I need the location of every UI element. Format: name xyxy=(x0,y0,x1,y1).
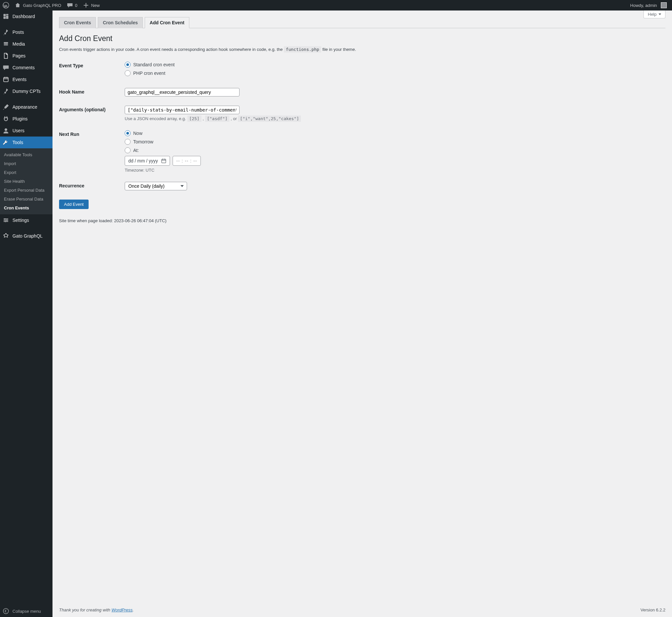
collapse-label: Collapse menu xyxy=(12,609,41,614)
svg-point-1 xyxy=(4,43,5,43)
sidebar-item-label: Dummy CPTs xyxy=(12,88,41,94)
tab-add-cron-event[interactable]: Add Cron Event xyxy=(145,17,189,28)
svg-point-7 xyxy=(3,608,9,614)
hook-name-input[interactable] xyxy=(125,88,240,96)
svg-point-3 xyxy=(5,129,7,131)
howdy-text: Howdy, admin xyxy=(630,3,657,8)
next-run-now-label[interactable]: Now xyxy=(133,131,143,136)
sidebar-item-users[interactable]: Users xyxy=(0,125,52,137)
svg-point-5 xyxy=(7,220,8,221)
collapse-icon xyxy=(3,608,9,614)
timezone-label: Timezone: UTC xyxy=(125,168,665,173)
next-run-time-input[interactable]: -- : -- : -- xyxy=(173,156,201,166)
tab-cron-events[interactable]: Cron Events xyxy=(59,17,96,28)
sidebar-item-plugins[interactable]: Plugins xyxy=(0,113,52,125)
help-label: Help xyxy=(648,12,657,17)
svg-rect-8 xyxy=(162,159,166,163)
admin-sidebar: DashboardPostsMediaPagesCommentsEventsDu… xyxy=(0,10,52,617)
sidebar-item-label: Events xyxy=(12,77,27,82)
tab-cron-schedules[interactable]: Cron Schedules xyxy=(98,17,143,28)
comment-icon xyxy=(67,2,73,9)
sidebar-subitem-import[interactable]: Import xyxy=(0,159,52,168)
account-menu[interactable]: Howdy, admin xyxy=(628,0,669,10)
sidebar-subitem-export[interactable]: Export xyxy=(0,168,52,177)
site-title: Gato GraphQL PRO xyxy=(23,3,61,8)
page-title: Add Cron Event xyxy=(59,34,665,43)
brush-icon xyxy=(3,104,9,110)
hook-name-label: Hook Name xyxy=(59,83,125,101)
next-run-at-radio[interactable] xyxy=(125,147,131,153)
svg-rect-2 xyxy=(4,77,8,82)
event-type-standard-radio[interactable] xyxy=(125,62,131,67)
page-icon xyxy=(3,52,9,59)
footer-version: Version 6.2.2 xyxy=(641,607,665,612)
sidebar-item-label: Comments xyxy=(12,65,35,70)
next-run-now-radio[interactable] xyxy=(125,130,131,136)
event-type-php-radio[interactable] xyxy=(125,70,131,76)
home-icon xyxy=(14,2,21,9)
sidebar-item-dashboard[interactable]: Dashboard xyxy=(0,10,52,22)
sidebar-subitem-export-personal-data[interactable]: Export Personal Data xyxy=(0,186,52,195)
recurrence-label: Recurrence xyxy=(59,177,125,195)
event-type-php-label[interactable]: PHP cron event xyxy=(133,70,165,76)
sidebar-subitem-cron-events[interactable]: Cron Events xyxy=(0,203,52,212)
gato-icon xyxy=(3,233,9,239)
sidebar-item-pages[interactable]: Pages xyxy=(0,50,52,62)
sidebar-item-gato-graphql[interactable]: Gato GraphQL xyxy=(0,230,52,242)
sidebar-item-events[interactable]: Events xyxy=(0,73,52,85)
wordpress-icon xyxy=(3,2,9,9)
sidebar-item-label: Plugins xyxy=(12,116,28,122)
next-run-tomorrow-radio[interactable] xyxy=(125,139,131,145)
sliders-icon xyxy=(3,217,9,223)
date-placeholder: dd / mm / yyyy xyxy=(128,158,158,164)
comments-link[interactable]: 0 xyxy=(64,0,80,10)
sidebar-item-dummy-cpts[interactable]: Dummy CPTs xyxy=(0,85,52,97)
sidebar-item-appearance[interactable]: Appearance xyxy=(0,101,52,113)
next-run-date-input[interactable]: dd / mm / yyyy xyxy=(125,156,170,166)
content-area: Help Cron EventsCron SchedulesAdd Cron E… xyxy=(52,10,672,617)
sidebar-subitem-erase-personal-data[interactable]: Erase Personal Data xyxy=(0,195,52,203)
sidebar-item-label: Gato GraphQL xyxy=(12,233,43,239)
plug-icon xyxy=(3,116,9,122)
chevron-down-icon xyxy=(659,13,661,15)
new-content-link[interactable]: New xyxy=(80,0,102,10)
site-home-link[interactable]: Gato GraphQL PRO xyxy=(12,0,64,10)
sidebar-item-label: Posts xyxy=(12,29,24,35)
sidebar-subitem-available-tools[interactable]: Available Tools xyxy=(0,150,52,159)
wp-logo-menu[interactable] xyxy=(0,0,12,10)
event-type-label: Event Type xyxy=(59,57,125,83)
sidebar-item-comments[interactable]: Comments xyxy=(0,62,52,73)
sidebar-item-media[interactable]: Media xyxy=(0,38,52,50)
event-type-standard-label[interactable]: Standard cron event xyxy=(133,62,175,67)
intro-text: Cron events trigger actions in your code… xyxy=(59,47,665,52)
sidebar-item-label: Appearance xyxy=(12,105,37,110)
sidebar-item-label: Settings xyxy=(12,218,29,223)
next-run-label: Next Run xyxy=(59,126,125,177)
site-time-text: Site time when page loaded: 2023-06-26 0… xyxy=(59,218,665,223)
intro-code: functions.php xyxy=(284,46,321,52)
admin-toolbar: Gato GraphQL PRO 0 New Howdy, admin xyxy=(0,0,672,10)
sidebar-item-label: Pages xyxy=(12,53,26,58)
help-tab-toggle[interactable]: Help xyxy=(643,10,665,18)
pin-icon xyxy=(3,29,9,35)
plus-icon xyxy=(83,2,89,9)
sidebar-item-label: Media xyxy=(12,41,25,47)
sidebar-item-settings[interactable]: Settings xyxy=(0,214,52,226)
comments-count: 0 xyxy=(75,3,77,8)
footer-thanks: Thank you for creating with WordPress. xyxy=(59,607,134,612)
wrench-icon xyxy=(3,139,9,146)
sidebar-item-posts[interactable]: Posts xyxy=(0,26,52,38)
recurrence-select[interactable]: Once Daily (daily) xyxy=(125,182,187,190)
calendar-icon xyxy=(161,158,166,164)
next-run-at-label[interactable]: At: xyxy=(133,148,139,153)
sidebar-submenu: Available ToolsImportExportSite HealthEx… xyxy=(0,148,52,214)
avatar xyxy=(661,2,667,8)
sidebar-subitem-site-health[interactable]: Site Health xyxy=(0,177,52,186)
collapse-menu-button[interactable]: Collapse menu xyxy=(0,605,52,617)
arguments-input[interactable] xyxy=(125,106,240,114)
wordpress-link[interactable]: WordPress xyxy=(111,607,133,612)
next-run-tomorrow-label[interactable]: Tomorrow xyxy=(133,139,153,145)
sidebar-item-tools[interactable]: Tools xyxy=(0,137,52,148)
dashboard-icon xyxy=(3,13,9,20)
add-event-button[interactable]: Add Event xyxy=(59,200,88,209)
